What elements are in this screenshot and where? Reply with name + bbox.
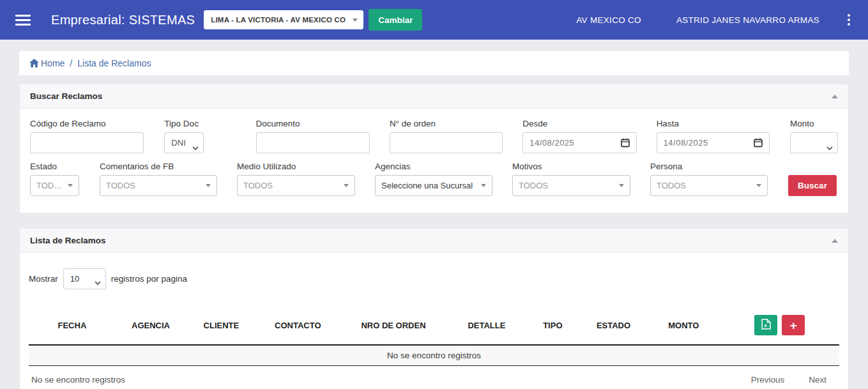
tipo-doc-select[interactable]: DNI: [164, 132, 204, 153]
col-cliente: CLIENTE: [186, 309, 256, 345]
lista-reclamos-title: Lista de Reclamos: [30, 236, 106, 245]
estado-select[interactable]: TODOS: [30, 175, 79, 196]
documento-input[interactable]: [256, 132, 370, 153]
col-estado: ESTADO: [580, 309, 647, 345]
collapse-up-icon[interactable]: [832, 239, 838, 243]
buscar-reclamos-panel: Buscar Reclamos Código de Reclamo Tipo D…: [19, 84, 849, 213]
breadcrumb-separator: /: [70, 58, 72, 68]
hasta-date-input[interactable]: 14/08/2025: [657, 132, 770, 153]
chevron-down-icon: [481, 184, 486, 187]
file-excel-icon: x: [761, 319, 771, 332]
top-navbar: Empresarial: SISTEMAS LIMA - LA VICTORIA…: [0, 0, 868, 40]
col-tipo: TIPO: [526, 309, 580, 345]
codigo-input[interactable]: [30, 132, 144, 153]
navbar-agency-link[interactable]: AV MEXICO CO: [576, 15, 641, 25]
table-header-row: FECHA AGENCIA CLIENTE CONTACTO NRO DE OR…: [29, 309, 839, 345]
empty-message: No se encontro registros: [29, 345, 839, 366]
col-detalle: DETALLE: [448, 309, 526, 345]
kebab-menu-icon[interactable]: [845, 11, 853, 28]
medio-utilizado-label: Medio Utilizado: [237, 162, 355, 171]
motivos-select[interactable]: TODOS: [512, 175, 630, 196]
orden-input[interactable]: [390, 132, 503, 153]
add-reclamo-button[interactable]: +: [782, 315, 805, 335]
breadcrumb-current-link[interactable]: Lista de Reclamos: [77, 58, 151, 68]
desde-label: Desde: [522, 119, 636, 128]
calendar-icon[interactable]: [754, 138, 763, 148]
pagination-next[interactable]: Next: [809, 375, 826, 385]
lista-reclamos-panel-header: Lista de Reclamos: [20, 229, 848, 253]
pagination: Previous Next: [751, 375, 837, 385]
chevron-down-icon: [344, 184, 349, 187]
codigo-label: Código de Reclamo: [30, 119, 144, 128]
agencias-label: Agencias: [375, 162, 492, 171]
persona-label: Persona: [650, 162, 768, 171]
collapse-up-icon[interactable]: [832, 95, 838, 98]
col-contacto: CONTACTO: [257, 309, 339, 345]
documento-label: Documento: [256, 119, 370, 128]
buscar-reclamos-title: Buscar Reclamos: [30, 91, 102, 101]
lista-reclamos-panel: Lista de Reclamos Mostrar 10 registros p…: [19, 228, 849, 389]
reclamos-table: FECHA AGENCIA CLIENTE CONTACTO NRO DE OR…: [29, 309, 839, 366]
medio-utilizado-select[interactable]: TODOS: [237, 175, 355, 196]
hasta-label: Hasta: [657, 119, 770, 128]
calendar-icon[interactable]: [621, 138, 630, 148]
motivos-label: Motivos: [512, 162, 630, 171]
persona-select[interactable]: TODOS: [650, 175, 768, 196]
hamburger-menu-icon[interactable]: [15, 15, 31, 26]
app-title: Empresarial: SISTEMAS: [51, 13, 195, 27]
home-icon: [29, 59, 39, 68]
mostrar-label: Mostrar: [29, 274, 58, 284]
buscar-button[interactable]: Buscar: [788, 175, 837, 196]
buscar-reclamos-panel-header: Buscar Reclamos: [20, 84, 848, 109]
col-nro-orden: NRO DE ORDEN: [339, 309, 448, 345]
breadcrumb: Home / Lista de Reclamos: [19, 51, 849, 75]
svg-text:x: x: [764, 323, 767, 328]
branch-select[interactable]: LIMA - LA VICTORIA - AV MEXICO CO: [204, 10, 363, 29]
navbar-user-link[interactable]: ASTRID JANES NAVARRO ARMAS: [676, 15, 819, 25]
empty-row: No se encontro registros: [29, 345, 839, 366]
orden-label: N° de orden: [390, 119, 503, 128]
pagination-previous[interactable]: Previous: [751, 375, 785, 385]
comentarios-fb-label: Comentarios de FB: [100, 162, 217, 171]
cambiar-button[interactable]: Cambiar: [369, 9, 422, 31]
monto-select[interactable]: [790, 132, 838, 153]
chevron-down-icon: [68, 184, 73, 187]
plus-icon: +: [790, 319, 797, 332]
monto-label: Monto: [790, 119, 838, 128]
table-info-text: No se encontro registros: [31, 375, 125, 385]
chevron-down-icon: [756, 184, 761, 187]
col-agencia: AGENCIA: [116, 309, 186, 345]
chevron-down-icon: [619, 184, 624, 187]
export-excel-button[interactable]: x: [754, 315, 777, 335]
chevron-down-icon: [206, 184, 211, 187]
tipo-doc-label: Tipo Doc: [164, 119, 230, 128]
col-fecha: FECHA: [29, 309, 116, 345]
agencias-select[interactable]: Seleccione una Sucursal: [375, 175, 492, 196]
comentarios-fb-select[interactable]: TODOS: [100, 175, 217, 196]
breadcrumb-home-link[interactable]: Home: [29, 58, 65, 68]
estado-label: Estado: [30, 162, 79, 171]
col-monto: MONTO: [647, 309, 720, 345]
registros-label: registros por pagina: [111, 274, 187, 284]
desde-date-input[interactable]: 14/08/2025: [522, 132, 636, 153]
page-size-select[interactable]: 10: [63, 268, 106, 289]
